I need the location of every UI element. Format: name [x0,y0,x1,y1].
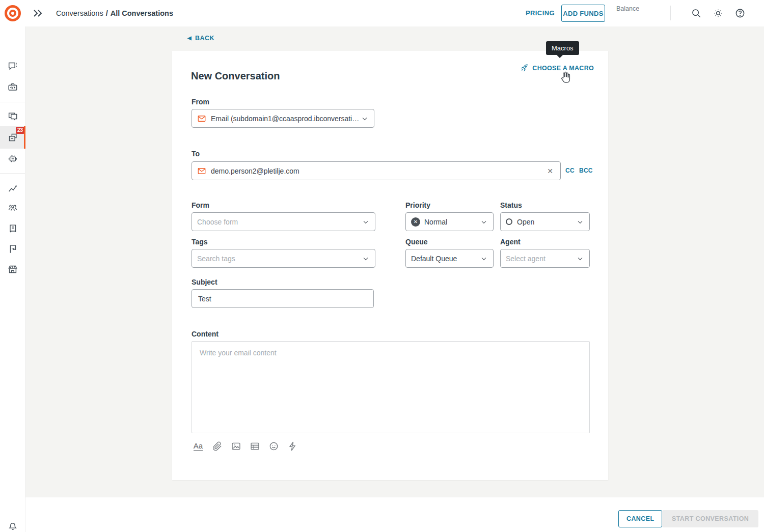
status-label: Status [500,201,522,209]
sidebar-item-chatbot[interactable] [0,149,25,169]
editor-toolbar: Aa [193,440,298,452]
sidebar-item-storefront[interactable] [0,259,25,279]
robot-icon [7,153,18,164]
bcc-link[interactable]: BCC [579,167,593,174]
breadcrumb-section[interactable]: Conversations [56,9,103,17]
envelope-icon [197,114,206,123]
macros-tooltip: Macros [546,41,579,55]
book-icon [7,223,18,234]
form-field-label: Form [192,201,209,209]
cancel-button[interactable]: CANCEL [618,510,662,527]
notifications-bell-icon[interactable] [0,516,25,532]
start-conversation-button[interactable]: START CONVERSATION [662,510,758,527]
chevron-down-icon [480,218,488,226]
content-label: Content [192,330,219,338]
insert-table-icon[interactable] [249,440,260,452]
breadcrumb: Conversations / All Conversations [56,0,173,26]
balance-label: Balance [616,5,639,12]
rocket-icon [520,64,529,72]
tags-select[interactable]: Search tags [192,249,375,268]
briefcase-code-icon [7,81,18,93]
status-select[interactable]: Open [500,212,590,231]
page-title: New Conversation [191,70,280,82]
cc-link[interactable]: CC [565,167,575,174]
search-icon[interactable] [691,8,702,19]
overlapping-chats-icon [7,111,18,122]
cc-bcc-links: CC BCC [565,167,593,174]
attachment-paperclip-icon[interactable] [211,440,223,452]
sidebar-item-inbox[interactable]: 23 [0,126,25,149]
people-group-icon [7,203,18,214]
clear-recipient-icon[interactable]: ✕ [545,166,555,176]
to-value: demo.person2@pletilje.com [211,167,299,175]
sidebar-item-flag-cursor[interactable] [0,239,25,259]
sidebar-item-analytics[interactable] [0,178,25,199]
agent-select[interactable]: Select agent [500,249,590,268]
content-placeholder: Write your email content [200,349,277,357]
form-select[interactable]: Choose form [192,212,375,231]
breadcrumb-current: All Conversations [111,9,173,17]
agent-placeholder: Select agent [506,255,545,263]
chevron-down-icon [362,218,370,226]
to-input[interactable]: demo.person2@pletilje.com ✕ [192,161,561,180]
choose-macro-button[interactable]: CHOOSE A MACRO [520,64,594,72]
text-format-icon[interactable]: Aa [193,440,204,452]
inbox-badge: 23 [16,127,24,134]
envelope-icon [197,166,206,176]
sidebar-item-speech-bubble-dots[interactable] [0,56,25,76]
sidebar: 23 KC [0,26,25,532]
brightness-icon[interactable] [713,8,724,19]
storefront-icon [7,264,18,275]
main-content: ◀ BACK Macros CHOOSE A MACRO New Convers… [25,26,764,497]
speech-bubble-dots-icon [7,61,18,72]
footer-bar: CANCEL START CONVERSATION [25,497,764,532]
content-editor[interactable]: Write your email content [192,341,590,433]
from-value: Email (subdomain1@ccaasprod.ibconversati… [211,115,361,123]
emoji-smiley-icon[interactable] [268,440,279,452]
priority-value: Normal [424,218,447,226]
logo-inner-ring [9,10,16,17]
back-link[interactable]: ◀ BACK [187,35,214,42]
chevron-down-icon [362,255,370,263]
bell-icon [7,520,18,531]
subject-label: Subject [192,278,217,286]
double-chevron-right-icon[interactable] [32,7,44,19]
back-label: BACK [195,35,214,42]
add-funds-button[interactable]: ADD FUNDS [561,5,605,22]
chevron-down-icon [576,255,584,263]
status-open-icon [506,218,512,225]
sidebar-item-book[interactable] [0,218,25,239]
agent-label: Agent [500,238,521,246]
chevron-down-icon [480,255,488,263]
pricing-link[interactable]: PRICING [526,9,555,17]
lightning-icon[interactable] [287,440,298,452]
tags-label: Tags [192,238,208,246]
sidebar-item-overlapping-chats[interactable] [0,106,25,127]
queue-select[interactable]: Default Queue [405,249,494,268]
hand-pointer-cursor-icon [558,71,572,85]
insert-image-icon[interactable] [230,440,241,452]
topbar: Conversations / All Conversations PRICIN… [0,0,764,26]
help-icon[interactable] [734,8,746,19]
tags-placeholder: Search tags [197,255,235,263]
new-conversation-card: Macros CHOOSE A MACRO New Conversation F… [172,51,608,480]
topbar-divider [670,6,671,20]
sidebar-item-people[interactable] [0,198,25,218]
back-arrow-icon: ◀ [187,36,192,41]
sidebar-item-briefcase-code[interactable] [0,77,25,97]
priority-normal-icon: ✕ [411,217,420,227]
from-select[interactable]: Email (subdomain1@ccaasprod.ibconversati… [192,109,374,128]
sidebar-divider [0,102,25,102]
status-value: Open [517,218,534,226]
infobip-logo-icon[interactable] [5,5,21,21]
subject-input[interactable] [192,289,374,308]
breadcrumb-separator: / [106,9,108,17]
form-placeholder: Choose form [197,218,238,226]
text-format-label: Aa [194,441,203,451]
line-chart-icon [7,183,18,194]
queue-value: Default Queue [411,255,457,263]
queue-label: Queue [405,238,428,246]
sidebar-divider [0,173,25,174]
flag-cursor-icon [7,243,18,255]
priority-select[interactable]: ✕ Normal [405,212,494,231]
